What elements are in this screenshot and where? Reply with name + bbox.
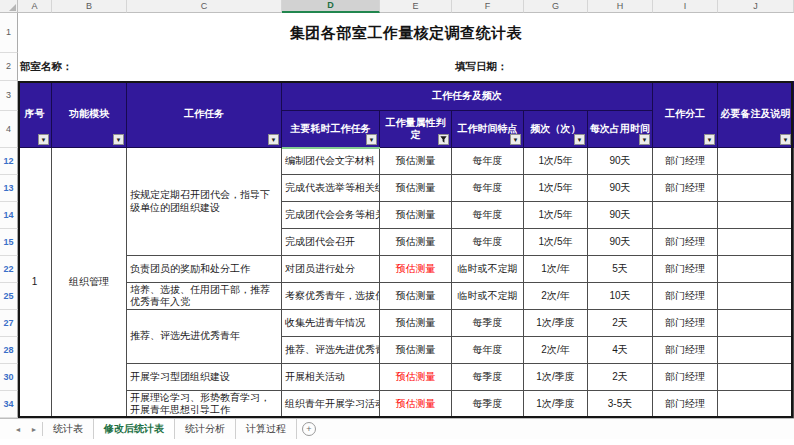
cell-time-feature[interactable]: 每年度 (452, 229, 524, 256)
row-number[interactable]: 1 (0, 13, 18, 53)
cell-duration[interactable]: 2天 (588, 364, 653, 391)
column-header-i[interactable]: I (653, 0, 718, 13)
row-number[interactable]: 28 (0, 337, 18, 364)
cell-main-task[interactable]: 完成代表选举等相关组织工 (282, 175, 380, 202)
cell-time-feature[interactable]: 每季度 (452, 364, 524, 391)
cell-attr-judgment[interactable]: 预估测量 (380, 337, 452, 364)
cell-division[interactable]: 部门经理 (653, 337, 718, 364)
row-number[interactable]: 34 (0, 391, 18, 418)
cell-attr-judgment[interactable]: 预估测量 (380, 283, 452, 310)
cell-division[interactable] (653, 202, 718, 229)
cell-notes[interactable] (718, 391, 794, 418)
header-attr-judgment[interactable]: 工作量属性判定 (380, 111, 452, 148)
header-notes[interactable]: 必要备注及说明 ▼ (718, 81, 794, 148)
cell-frequency[interactable]: 1次/季度 (524, 310, 588, 337)
cell-task-group[interactable]: 开展学习型团组织建设 (127, 364, 282, 391)
cell-time-feature[interactable]: 每年度 (452, 337, 524, 364)
cell-frequency[interactable]: 1次/年 (524, 256, 588, 283)
header-module[interactable]: 功能模块 ▼ (52, 81, 127, 148)
row-number[interactable]: 22 (0, 256, 18, 283)
cell-frequency[interactable]: 1次/5年 (524, 148, 588, 175)
cell-frequency[interactable]: 1次/5年 (524, 202, 588, 229)
cell-time-feature[interactable]: 每年度 (452, 202, 524, 229)
cell-division[interactable]: 部门经理 (653, 256, 718, 283)
cell-notes[interactable] (718, 364, 794, 391)
column-header-d-selected[interactable]: D (282, 0, 380, 13)
sheet-tab-revised-statistics-active[interactable]: 修改后统计表 (94, 419, 175, 439)
column-header-g[interactable]: G (524, 0, 588, 13)
filter-funnel-icon[interactable] (438, 134, 449, 145)
cell-duration[interactable]: 3-5天 (588, 391, 653, 418)
column-header-b[interactable]: B (52, 0, 127, 13)
cell-notes[interactable] (718, 256, 794, 283)
column-header-e[interactable]: E (380, 0, 452, 13)
cell-notes[interactable] (718, 229, 794, 256)
cell-attr-judgment[interactable]: 预估测量 (380, 229, 452, 256)
row-number[interactable]: 25 (0, 283, 18, 310)
row-number[interactable]: 12 (0, 148, 18, 175)
cell-main-task[interactable]: 考察优秀青年，选拔任用团 (282, 283, 380, 310)
cell-serial[interactable]: 1 (18, 148, 52, 418)
cell-time-feature[interactable]: 临时或不定期 (452, 283, 524, 310)
cell-notes[interactable] (718, 337, 794, 364)
cell-notes[interactable] (718, 148, 794, 175)
filter-dropdown-icon[interactable]: ▼ (268, 134, 279, 145)
cell-division[interactable]: 部门经理 (653, 391, 718, 418)
add-sheet-button[interactable]: + (297, 419, 321, 439)
filter-dropdown-icon[interactable]: ▼ (574, 134, 585, 145)
cell-task-group[interactable]: 按规定定期召开团代会，指导下级单位的团组织建设 (127, 148, 282, 256)
column-header-a[interactable]: A (18, 0, 52, 13)
cell-frequency[interactable]: 1次/季度 (524, 391, 588, 418)
filter-dropdown-icon[interactable]: ▼ (113, 134, 124, 145)
cell-time-feature[interactable]: 每年度 (452, 148, 524, 175)
sheet-nav-right-icon[interactable]: ► (26, 419, 42, 439)
cell-division[interactable]: 部门经理 (653, 283, 718, 310)
cell-module[interactable]: 组织管理 (52, 148, 127, 418)
filter-dropdown-icon[interactable]: ▼ (38, 134, 49, 145)
cell-task-group[interactable]: 开展理论学习、形势教育学习，开展青年思想引导工作 (127, 391, 282, 418)
cell-main-task[interactable]: 完成团代会召开 (282, 229, 380, 256)
cell-duration[interactable]: 90天 (588, 202, 653, 229)
cell-frequency[interactable]: 1次/5年 (524, 175, 588, 202)
cell-duration[interactable]: 4天 (588, 337, 653, 364)
cell-duration[interactable]: 2天 (588, 310, 653, 337)
cell-attr-judgment[interactable]: 预估测量 (380, 391, 452, 418)
cell-frequency[interactable]: 1次/5年 (524, 229, 588, 256)
cell-main-task[interactable]: 收集先进青年情况 (282, 310, 380, 337)
column-header-c[interactable]: C (127, 0, 282, 13)
header-main-task[interactable]: 主要耗时工作任务 ▼ (282, 111, 380, 148)
header-time-feature[interactable]: 工作时间特点 ▼ (452, 111, 524, 148)
cell-duration[interactable]: 10天 (588, 283, 653, 310)
column-header-j[interactable]: J (718, 0, 794, 13)
cell-duration[interactable]: 90天 (588, 229, 653, 256)
cell-task-group[interactable]: 推荐、评选先进优秀青年 (127, 310, 282, 364)
header-serial[interactable]: 序号 ▼ (18, 81, 52, 148)
cell-division[interactable]: 部门经理 (653, 229, 718, 256)
filter-dropdown-icon[interactable]: ▼ (780, 134, 791, 145)
sheet-tab-statistics[interactable]: 统计表 (43, 419, 94, 439)
cell-time-feature[interactable]: 每季度 (452, 310, 524, 337)
cell-duration[interactable]: 90天 (588, 175, 653, 202)
header-task[interactable]: 工作任务 ▼ (127, 81, 282, 148)
cell-division[interactable]: 部门经理 (653, 310, 718, 337)
cell-division[interactable]: 部门经理 (653, 175, 718, 202)
cell-duration[interactable]: 5天 (588, 256, 653, 283)
cell-time-feature[interactable]: 临时或不定期 (452, 256, 524, 283)
filter-dropdown-icon[interactable]: ▼ (510, 134, 521, 145)
sheet-tab-analysis[interactable]: 统计分析 (175, 419, 236, 439)
row-number[interactable]: 30 (0, 364, 18, 391)
cell-time-feature[interactable]: 每季度 (452, 391, 524, 418)
cell-notes[interactable] (718, 310, 794, 337)
row-number[interactable]: 27 (0, 310, 18, 337)
header-duration[interactable]: 每次占用时间 ▼ (588, 111, 653, 148)
cell-division[interactable]: 部门经理 (653, 364, 718, 391)
cell-notes[interactable] (718, 175, 794, 202)
row-number[interactable]: 13 (0, 175, 18, 202)
cell-main-task[interactable]: 对团员进行处分 (282, 256, 380, 283)
sheet-nav-left-icon[interactable]: ◄ (10, 419, 26, 439)
cell-division[interactable]: 部门经理 (653, 148, 718, 175)
filter-dropdown-icon[interactable]: ▼ (704, 134, 715, 145)
column-header-f[interactable]: F (452, 0, 524, 13)
cell-duration[interactable]: 90天 (588, 148, 653, 175)
cell-attr-judgment[interactable]: 预估测量 (380, 175, 452, 202)
